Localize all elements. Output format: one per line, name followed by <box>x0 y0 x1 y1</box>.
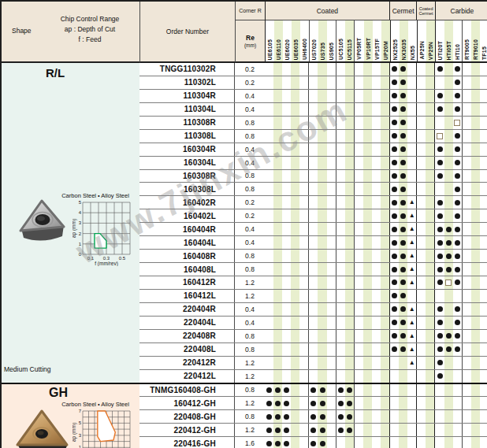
grade-cell <box>381 370 389 383</box>
grade-cell <box>354 397 363 409</box>
medium-cutting-label: Medium Cutting <box>4 365 51 373</box>
availability-dot <box>400 93 406 98</box>
grade-cell <box>381 223 389 235</box>
grade-cell <box>444 236 453 249</box>
grade-cell <box>381 117 389 129</box>
grade-cell <box>372 90 381 102</box>
grade-cell <box>354 103 363 116</box>
availability-triangle: ▲ <box>409 346 415 353</box>
grade-cell <box>480 384 487 397</box>
grade-cell <box>453 143 462 156</box>
grade-cell <box>318 90 326 102</box>
availability-dot <box>455 240 460 246</box>
grade-cell <box>399 130 407 143</box>
grade-cell <box>453 330 462 342</box>
grade-cell <box>416 424 426 436</box>
grade-cell <box>426 196 434 209</box>
grade-cell <box>389 290 399 302</box>
table-row: 160408L0.8▲ <box>139 262 487 276</box>
grade-cell <box>363 384 372 397</box>
grade-cell <box>336 317 345 329</box>
grade-cell <box>426 437 434 448</box>
grade-cell <box>273 143 282 156</box>
availability-dot <box>392 187 397 192</box>
chip-control-line3: f : Feed <box>49 35 131 45</box>
availability-square <box>445 280 452 286</box>
grade-column-header: AP25N <box>417 20 426 61</box>
grade-cell <box>336 357 345 369</box>
grade-cell <box>273 170 282 183</box>
grade-cell <box>426 343 434 356</box>
grade-cell <box>416 263 426 276</box>
grade-cell <box>265 236 273 249</box>
availability-triangle: ▲ <box>409 253 415 259</box>
grade-cell <box>381 76 389 89</box>
grade-cell <box>327 196 336 209</box>
grade-cell <box>273 63 282 76</box>
grade-cell <box>299 303 308 316</box>
grade-cell <box>299 143 308 156</box>
table-row: 160402L0.2▲ <box>139 209 487 222</box>
grade-cell <box>345 143 354 156</box>
grade-cell <box>416 157 426 169</box>
order-number: 160308L <box>139 183 235 195</box>
grade-cell <box>265 196 273 209</box>
grade-cell <box>282 370 291 383</box>
group-header: Coated <box>266 2 389 20</box>
availability-dot <box>347 401 352 406</box>
grade-cell <box>291 424 299 436</box>
grade-cell <box>471 290 480 302</box>
grade-cell <box>273 236 282 249</box>
grade-cell <box>273 103 282 116</box>
grade-cell <box>299 410 308 423</box>
availability-triangle: ▲ <box>409 239 415 246</box>
availability-dot <box>400 173 406 179</box>
availability-dot <box>400 320 406 325</box>
availability-triangle: ▲ <box>409 226 415 232</box>
grade-cell <box>426 103 434 116</box>
grade-cell <box>416 276 426 289</box>
grade-cell <box>265 103 273 116</box>
grade-cell <box>381 437 389 448</box>
grade-cell <box>389 410 399 423</box>
grade-cell <box>416 290 426 302</box>
availability-dot <box>392 200 397 205</box>
gh-chart-block: Carbon Steel • Alloy Steel 013570.10.30.… <box>50 401 139 448</box>
grade-cell <box>273 330 282 342</box>
grade-cell <box>381 424 389 436</box>
grade-columns-header: CoatedCermetCoatedCermetCarbide UE6105UE… <box>265 2 487 63</box>
availability-dot <box>437 320 443 325</box>
grade-cell <box>416 117 426 129</box>
availability-dot <box>284 387 289 393</box>
grade-cell <box>471 117 480 129</box>
grade-cell <box>462 424 471 436</box>
availability-dot <box>400 66 406 72</box>
grade-cell <box>265 223 273 235</box>
grade-column-header: RT9010 <box>471 20 480 61</box>
grade-cell <box>273 90 282 102</box>
grade-cell <box>308 103 318 116</box>
grade-cell <box>389 143 399 156</box>
grade-cell <box>480 370 487 383</box>
grade-cell <box>399 410 407 423</box>
grade-column-header: VP10RT <box>364 20 373 61</box>
grade-cell <box>416 236 426 249</box>
grade-cell <box>389 424 399 436</box>
section-gh-title: GH <box>49 386 68 400</box>
grade-cell <box>327 90 336 102</box>
grade-cell <box>462 330 471 342</box>
grade-cell <box>416 130 426 143</box>
grade-cell <box>363 263 372 276</box>
grade-cell <box>381 303 389 316</box>
grade-cell <box>265 317 273 329</box>
grade-cell <box>363 330 372 342</box>
availability-dot <box>446 254 452 259</box>
grade-cell <box>354 330 363 342</box>
grade-cell <box>363 130 372 143</box>
grade-cell <box>345 290 354 302</box>
grade-cell <box>363 196 372 209</box>
grade-cell <box>345 397 354 409</box>
table-row: 160412L1.2 <box>139 289 487 302</box>
order-number: 160412L <box>139 290 235 302</box>
grade-cell <box>381 170 389 183</box>
